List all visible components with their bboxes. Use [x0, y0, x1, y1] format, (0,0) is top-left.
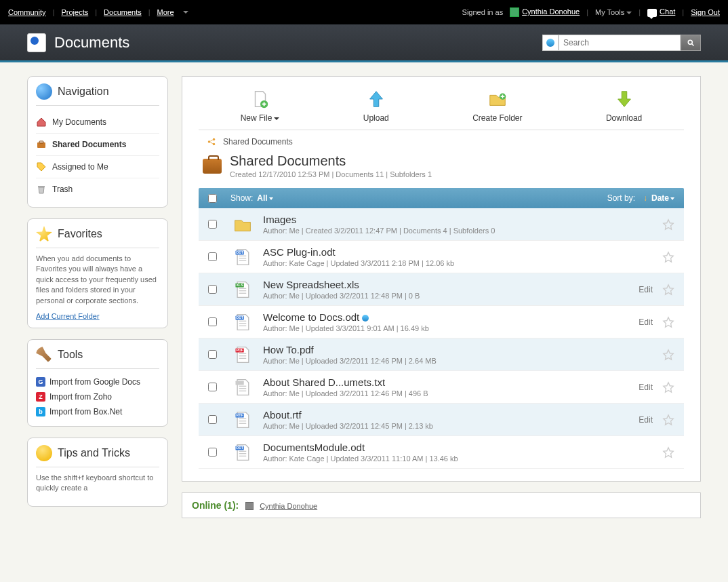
file-meta: Author: Me | Uploaded 3/2/2011 12:45 PM …	[263, 422, 639, 430]
chat-link[interactable]: Chat	[647, 7, 675, 16]
sort-label: Sort by:	[607, 193, 635, 203]
sidebar-item-label: Shared Documents	[52, 140, 126, 149]
online-user-link[interactable]: Cynthia Donohue	[260, 502, 317, 510]
home-icon	[36, 117, 47, 128]
favorites-title: Favorites	[58, 228, 102, 240]
topbar-link-more[interactable]: More	[157, 8, 174, 16]
file-icon: ODT	[233, 248, 252, 267]
content-area: New FileUploadCreate FolderDownload Shar…	[182, 76, 701, 482]
favorite-toggle[interactable]	[662, 284, 674, 296]
chevron-down-icon	[670, 197, 674, 200]
topbar-link-community[interactable]: Community	[8, 8, 46, 16]
favorite-toggle[interactable]	[662, 414, 674, 426]
tool-import-from-zoho[interactable]: ZImport from Zoho	[36, 389, 159, 404]
edit-link[interactable]: Edit	[639, 285, 653, 294]
file-row[interactable]: ODTWelcome to Docs.odtAuthor: Me | Updat…	[199, 306, 684, 338]
file-name[interactable]: ASC Plug-in.odt	[263, 246, 662, 258]
sidebar-item-shared-documents[interactable]: Shared Documents	[36, 134, 159, 156]
favorite-toggle[interactable]	[662, 349, 674, 361]
tips-title: Tips and Tricks	[58, 447, 130, 459]
file-row[interactable]: ODTASC Plug-in.odtAuthor: Kate Cage | Up…	[199, 241, 684, 273]
file-icon: XLS	[233, 280, 252, 299]
tools-title: Tools	[58, 349, 83, 361]
breadcrumb: Shared Documents	[207, 137, 684, 147]
row-checkbox[interactable]	[208, 252, 217, 261]
sidebar-item-my-documents[interactable]: My Documents	[36, 111, 159, 134]
tool-label: Import from Zoho	[49, 392, 112, 402]
row-checkbox[interactable]	[208, 220, 217, 229]
user-link[interactable]: Cynthia Donohue	[510, 7, 580, 17]
row-checkbox[interactable]	[208, 285, 217, 294]
svg-point-7	[208, 140, 211, 143]
svg-text:ODT: ODT	[236, 315, 244, 319]
list-header: Show: All Sort by: ↓ Date	[199, 188, 684, 208]
star-icon	[662, 316, 674, 328]
row-checkbox[interactable]	[208, 448, 217, 457]
topbar-link-projects[interactable]: Projects	[61, 8, 88, 16]
file-meta: Author: Me | Updated 3/3/2011 9:01 AM | …	[263, 324, 639, 332]
file-row[interactable]: RTFAbout.rtfAuthor: Me | Uploaded 3/2/20…	[199, 404, 684, 436]
row-checkbox[interactable]	[208, 415, 217, 424]
tool-label: Import from Box.Net	[49, 407, 122, 416]
row-checkbox[interactable]	[208, 317, 217, 326]
tool-import-from-google-docs[interactable]: GImport from Google Docs	[36, 374, 159, 389]
file-name[interactable]: DocumentsModule.odt	[263, 442, 662, 453]
file-name[interactable]: Images	[263, 214, 662, 225]
file-name[interactable]: How To.pdf	[263, 344, 662, 355]
file-row[interactable]: PDFHow To.pdfAuthor: Me | Uploaded 3/2/2…	[199, 338, 684, 371]
row-checkbox[interactable]	[208, 350, 217, 359]
favorite-toggle[interactable]	[662, 218, 674, 231]
download-icon	[614, 89, 634, 109]
file-name[interactable]: About Shared D...umets.txt	[263, 376, 639, 388]
edit-link[interactable]: Edit	[639, 415, 653, 425]
tool-import-from-box-net[interactable]: bImport from Box.Net	[36, 404, 159, 419]
globe-icon	[546, 39, 554, 47]
favorite-toggle[interactable]	[662, 251, 674, 263]
file-icon: ODT	[233, 443, 252, 462]
sort-direction-icon[interactable]: ↓	[643, 193, 647, 203]
svg-line-10	[210, 140, 213, 141]
scope-selector[interactable]	[542, 35, 559, 51]
briefcase-icon	[36, 139, 47, 150]
toolbar-create-folder[interactable]: Create Folder	[472, 89, 522, 123]
briefcase-icon	[203, 159, 222, 174]
svg-point-0	[688, 40, 692, 44]
select-all-checkbox[interactable]	[208, 194, 217, 203]
provider-icon: b	[36, 407, 45, 416]
favorite-toggle[interactable]	[662, 316, 674, 328]
toolbar-upload[interactable]: Upload	[363, 89, 389, 123]
sign-out-link[interactable]: Sign Out	[691, 8, 720, 16]
search-input[interactable]	[559, 35, 681, 51]
file-name[interactable]: Welcome to Docs.odt	[263, 311, 639, 323]
favorite-toggle[interactable]	[662, 381, 674, 393]
file-name[interactable]: New Spreadsheet.xls	[263, 279, 639, 290]
toolbar-new-file[interactable]: New File	[241, 89, 280, 123]
file-row[interactable]: XLSNew Spreadsheet.xlsAuthor: Me | Uploa…	[199, 273, 684, 306]
file-row[interactable]: About Shared D...umets.txtAuthor: Me | U…	[199, 371, 684, 404]
file-icon: RTF	[233, 410, 252, 429]
file-row[interactable]: ODTDocumentsModule.odtAuthor: Kate Cage …	[199, 436, 684, 469]
row-checkbox[interactable]	[208, 383, 217, 391]
provider-icon: Z	[36, 392, 45, 402]
my-tools-menu[interactable]: My Tools	[595, 8, 632, 16]
file-row[interactable]: ImagesAuthor: Me | Created 3/2/2011 12:4…	[199, 208, 684, 241]
add-current-folder-link[interactable]: Add Current Folder	[36, 312, 100, 320]
file-icon: PDF	[233, 345, 252, 364]
show-filter[interactable]: All	[257, 193, 272, 203]
edit-link[interactable]: Edit	[639, 317, 653, 327]
favorite-toggle[interactable]	[662, 446, 674, 459]
signed-in-label: Signed in as	[462, 8, 504, 16]
breadcrumb-label[interactable]: Shared Documents	[223, 137, 293, 147]
sidebar-item-assigned-to-me[interactable]: Assigned to Me	[36, 156, 159, 178]
folder-title: Shared Documents	[230, 153, 432, 169]
sidebar-item-trash[interactable]: Trash	[36, 178, 159, 200]
newfile-icon	[250, 89, 270, 109]
search-button[interactable]	[681, 35, 701, 51]
sort-field[interactable]: Date	[651, 193, 674, 203]
file-name[interactable]: About.rtf	[263, 409, 639, 421]
tag-icon	[36, 161, 47, 172]
toolbar-download[interactable]: Download	[606, 89, 642, 123]
toolbar-label: New File	[241, 113, 272, 123]
edit-link[interactable]: Edit	[639, 383, 653, 392]
topbar-link-documents[interactable]: Documents	[104, 8, 142, 16]
